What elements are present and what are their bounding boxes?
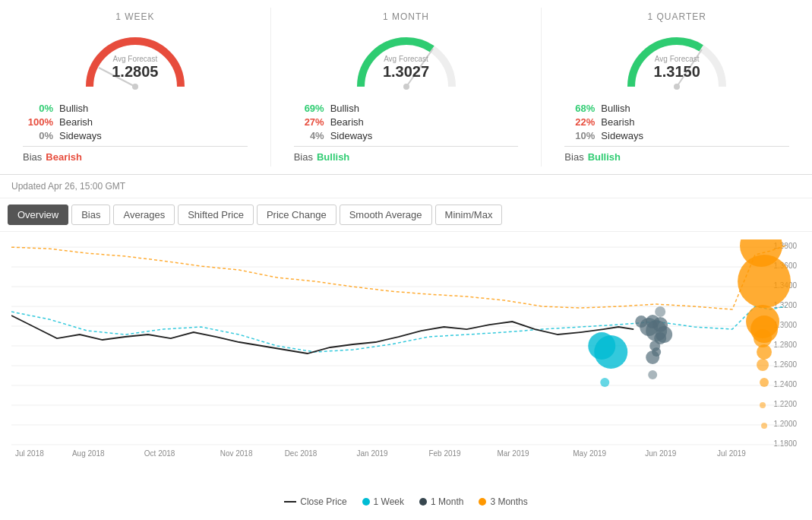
legend-3-months-label: 3 Months [490,496,527,507]
svg-text:1.2000: 1.2000 [773,420,797,428]
tab-minim-max[interactable]: Minim/Max [435,205,503,225]
svg-text:Feb 2019: Feb 2019 [428,449,461,458]
gauge-quarter: Avg Forecast 1.3150 [616,26,738,90]
svg-text:Jul 2019: Jul 2019 [717,449,746,458]
bearish-row-quarter: 22% Bearish [564,116,789,128]
chart-area: 1.3800 1.3600 1.3400 1.3200 1.3000 1.280… [0,232,812,493]
bearish-label-quarter: Bearish [601,116,634,128]
sideways-pct-quarter: 10% [564,130,595,141]
bullish-row-week: 0% Bullish [23,103,248,114]
gauge-month: Avg Forecast 1.3027 [346,26,467,90]
svg-text:Jun 2019: Jun 2019 [645,449,677,458]
bias-row-week: Bias Bearish [23,151,248,163]
svg-text:May 2019: May 2019 [573,449,606,458]
bearish-pct-quarter: 22% [564,116,595,128]
bullish-label-month: Bullish [330,103,359,114]
sideways-row-week: 0% Sideways [23,130,248,141]
bias-row-quarter: Bias Bullish [564,151,789,163]
tab-overview[interactable]: Overview [8,205,68,225]
svg-text:Jan 2019: Jan 2019 [357,449,389,458]
svg-point-50 [760,378,769,387]
legend-close-price-label: Close Price [300,496,346,507]
forecast-panel-week: 1 WEEK Avg Forecast 1.2805 0% Bullish [0,8,271,166]
svg-text:Oct 2018: Oct 2018 [144,449,175,458]
bullish-row-quarter: 68% Bullish [564,103,789,114]
stats-quarter: 68% Bullish 22% Bearish 10% Sideways Bia… [549,100,804,163]
legend-1-month: 1 Month [419,496,463,507]
tab-smooth-average[interactable]: Smooth Average [340,205,432,225]
svg-point-5 [674,84,680,90]
bias-row-month: Bias Bullish [294,151,519,163]
svg-text:Jul 2018: Jul 2018 [15,449,44,458]
svg-point-51 [760,402,766,408]
gauge-week: Avg Forecast 1.2805 [74,26,196,90]
svg-text:Nov 2018: Nov 2018 [220,449,253,458]
bearish-label-week: Bearish [59,116,93,128]
bearish-row-week: 100% Bearish [23,116,248,128]
updated-text: Updated Apr 26, 15:00 GMT [11,181,125,192]
stats-month: 69% Bullish 27% Bearish 4% Sideways Bias… [279,100,534,163]
svg-point-42 [600,378,609,387]
bearish-row-month: 27% Bearish [294,116,519,128]
main-chart: 1.3800 1.3600 1.3400 1.3200 1.3000 1.280… [11,239,801,460]
svg-text:Mar 2019: Mar 2019 [497,449,529,458]
sideways-label-quarter: Sideways [601,130,643,141]
bearish-pct-month: 27% [294,116,324,128]
svg-point-49 [757,359,769,371]
close-price-icon [284,501,296,503]
panel-title-month: 1 MONTH [383,11,429,22]
tab-price-change[interactable]: Price Change [257,205,336,225]
tab-shifted-price[interactable]: Shifted Price [178,205,254,225]
sideways-label-week: Sideways [59,130,102,141]
bearish-label-month: Bearish [330,116,364,128]
avg-forecast-label-month: Avg Forecast [383,55,429,63]
chart-legend: Close Price 1 Week 1 Month 3 Months [0,493,812,511]
sideways-pct-month: 4% [294,130,324,141]
svg-point-39 [648,370,657,379]
sideways-row-quarter: 10% Sideways [564,130,789,141]
svg-text:1.2600: 1.2600 [773,360,797,369]
panel-title-week: 1 WEEK [115,11,154,22]
svg-text:1.1800: 1.1800 [773,439,797,448]
stats-week: 0% Bullish 100% Bearish 0% Sideways Bias… [8,100,263,163]
months-icon [479,498,486,506]
avg-value-month: 1.3027 [383,63,429,80]
updated-bar: Updated Apr 26, 15:00 GMT [0,175,812,198]
legend-1-week-label: 1 Week [374,496,404,507]
bias-value-quarter: Bullish [588,151,621,163]
avg-forecast-label-quarter: Avg Forecast [654,55,700,63]
bias-label-quarter: Bias [564,151,583,163]
svg-point-38 [655,306,665,317]
week-icon [362,498,370,506]
sideways-row-month: 4% Sideways [294,130,519,141]
svg-text:Dec 2018: Dec 2018 [285,449,318,458]
legend-3-months: 3 Months [479,496,527,507]
forecast-panel-quarter: 1 QUARTER Avg Forecast 1.3150 68% Bullis… [542,8,812,166]
tab-averages[interactable]: Averages [113,205,175,225]
legend-1-week: 1 Week [362,496,404,507]
tabs-bar: Overview Bias Averages Shifted Price Pri… [0,198,812,232]
svg-text:1.2400: 1.2400 [773,380,797,388]
bias-value-week: Bearish [46,151,82,163]
forecast-panel-month: 1 MONTH Avg Forecast 1.3027 69% Bullish … [271,8,542,166]
bias-value-month: Bullish [317,151,349,163]
svg-point-37 [652,347,661,357]
legend-1-month-label: 1 Month [431,496,463,507]
bullish-row-month: 69% Bullish [294,103,519,114]
sideways-pct-week: 0% [23,130,53,141]
svg-point-52 [761,423,767,429]
legend-close-price: Close Price [284,496,346,507]
tab-bias[interactable]: Bias [71,205,110,225]
bias-label-month: Bias [294,151,313,163]
bullish-pct-month: 69% [294,103,324,114]
svg-text:Aug 2018: Aug 2018 [72,449,105,458]
svg-point-48 [757,344,772,360]
svg-text:1.2200: 1.2200 [773,400,797,408]
svg-point-3 [403,84,409,90]
svg-text:1.2800: 1.2800 [773,341,797,349]
panel-title-quarter: 1 QUARTER [647,11,706,22]
avg-value-quarter: 1.3150 [654,63,700,80]
bullish-pct-quarter: 68% [564,103,595,114]
bullish-pct-week: 0% [23,103,53,114]
avg-value-week: 1.2805 [112,63,158,80]
